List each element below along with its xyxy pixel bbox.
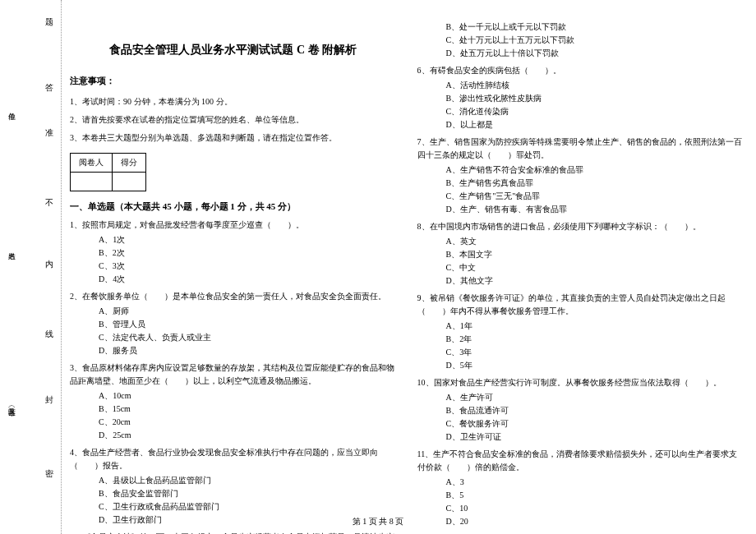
option: D、卫生许可证 [446, 430, 744, 444]
binding-margin: 题 答 准 不 内 线 封 密 市（区县） 姓名 单位 [0, 0, 62, 534]
option: A、10cm [99, 389, 397, 403]
left-column: 食品安全管理人员业务水平测试试题 C 卷 附解析 注意事项： 1、考试时间：90… [70, 12, 397, 534]
option: C、卫生行政或食品药品监管部门 [99, 500, 397, 513]
section1-title: 一、单选题（本大题共 45 小题，每小题 1 分，共 45 分） [70, 201, 296, 211]
option: A、活动性肺结核 [446, 79, 744, 92]
option: A、厨师 [99, 305, 397, 318]
option: B、2年 [446, 333, 744, 346]
page-content: 食品安全管理人员业务水平测试试题 C 卷 附解析 注意事项： 1、考试时间：90… [70, 12, 744, 534]
page-footer: 第 1 页 共 8 页 [353, 516, 404, 527]
score-table: 阅卷人 得分 [70, 153, 146, 191]
margin-char: 密 [45, 468, 53, 480]
option: B、食品流通许可 [446, 404, 744, 417]
margin-char: 封 [45, 394, 53, 406]
option: B、渗出性或化脓性皮肤病 [446, 92, 744, 105]
option: C、餐饮服务许可 [446, 417, 744, 430]
option: D、服务员 [99, 344, 397, 357]
option: C、3年 [446, 346, 744, 359]
option: C、3次 [99, 260, 397, 273]
option: B、食品安全监管部门 [99, 487, 397, 500]
option: D、以上都是 [446, 118, 744, 131]
option: B、生产销售劣真食品罪 [446, 177, 744, 190]
option: C、生产销售"三无"食品罪 [446, 190, 744, 203]
question-7: 7、生产、销售国家为防控疾病等特殊需要明令禁止生产、销售的食品的，依照刑法第一百… [417, 136, 744, 162]
question-5: 5、《食品安全法》第一百二十三条规定，食品生产经营者在食品中添加药品，且违法生产… [70, 531, 397, 534]
notice-item: 2、请首先按要求在试卷的指定位置填写您的姓名、单位等信息。 [70, 113, 397, 127]
margin-char: 题 [45, 16, 53, 28]
option: A、英文 [446, 235, 744, 248]
question-8: 8、在中国境内市场销售的进口食品，必须使用下列哪种文字标识：（ ）。 [417, 220, 744, 233]
option: A、3 [446, 476, 744, 489]
question-6: 6、有碍食品安全的疾病包括（ ）。 [417, 64, 744, 77]
question-11: 11、生产不符合食品安全标准的食品，消费者除要求赔偿损失外，还可以向生产者要求支… [417, 448, 744, 474]
option: B、本国文字 [446, 248, 744, 261]
question-3: 3、食品原材料储存库房内应设置足够数量的存放架，其结构及位置应能使贮存的食品和物… [70, 361, 397, 388]
option: B、5 [446, 489, 744, 502]
option: A、生产许可 [446, 391, 744, 404]
margin-char: 线 [45, 329, 53, 340]
option: C、10 [446, 502, 744, 515]
option: B、15cm [99, 403, 397, 416]
option: B、2次 [99, 246, 397, 260]
option: D、4次 [99, 273, 397, 286]
margin-char: 不 [45, 197, 53, 209]
option: D、5年 [446, 359, 744, 372]
option: D、20 [446, 515, 744, 528]
option: D、其他文字 [446, 274, 744, 288]
question-9: 9、被吊销《餐饮服务许可证》的单位，其直接负责的主管人员自处罚决定做出之日起（ … [417, 292, 744, 318]
right-column: B、处一千元以上或千元以下罚款 C、处十万元以上十五万元以下罚款 D、处五万元以… [417, 12, 744, 534]
option: C、消化道传染病 [446, 105, 744, 118]
option: D、处五万元以上十倍以下罚款 [446, 47, 744, 60]
margin-char: 准 [45, 127, 53, 139]
score-header-score: 得分 [113, 153, 146, 172]
exam-title: 食品安全管理人员业务水平测试试题 C 卷 附解析 [70, 41, 397, 59]
notice-item: 1、考试时间：90 分钟，本卷满分为 100 分。 [70, 95, 397, 108]
margin-char: 内 [45, 259, 53, 270]
option: C、处十万元以上十五万元以下罚款 [446, 34, 744, 47]
margin-char: 答 [45, 82, 53, 94]
option: C、法定代表人、负责人或业主 [99, 331, 397, 344]
option: C、20cm [99, 416, 397, 429]
question-4: 4、食品生产经营者、食品行业协会发现食品安全标准执行中存在问题的，应当立即向（ … [70, 446, 397, 472]
score-header-reviewer: 阅卷人 [71, 153, 113, 172]
option: A、1年 [446, 320, 744, 333]
option: A、生产销售不符合安全标准的食品罪 [446, 163, 744, 177]
question-1: 1、按照市局规定，对食品批发经营者每季度至少巡查（ ）。 [70, 219, 397, 232]
option: B、处一千元以上或千元以下罚款 [446, 21, 744, 34]
option: C、中文 [446, 261, 744, 274]
notice-heading: 注意事项： [70, 74, 397, 89]
option: A、县级以上食品药品监管部门 [99, 474, 397, 487]
option: D、25cm [99, 429, 397, 442]
question-10: 10、国家对食品生产经营实行许可制度。从事餐饮服务经营应当依法取得（ ）。 [417, 376, 744, 389]
notice-item: 3、本卷共三大题型分别为单选题、多选题和判断题，请在指定位置作答。 [70, 131, 397, 145]
score-cell [71, 172, 113, 191]
option: D、生产、销售有毒、有害食品罪 [446, 203, 744, 216]
question-2: 2、在餐饮服务单位（ ）是本单位食品安全的第一责任人，对食品安全负全面责任。 [70, 290, 397, 303]
option: B、管理人员 [99, 318, 397, 331]
option: A、1次 [99, 233, 397, 246]
score-cell [113, 172, 146, 191]
